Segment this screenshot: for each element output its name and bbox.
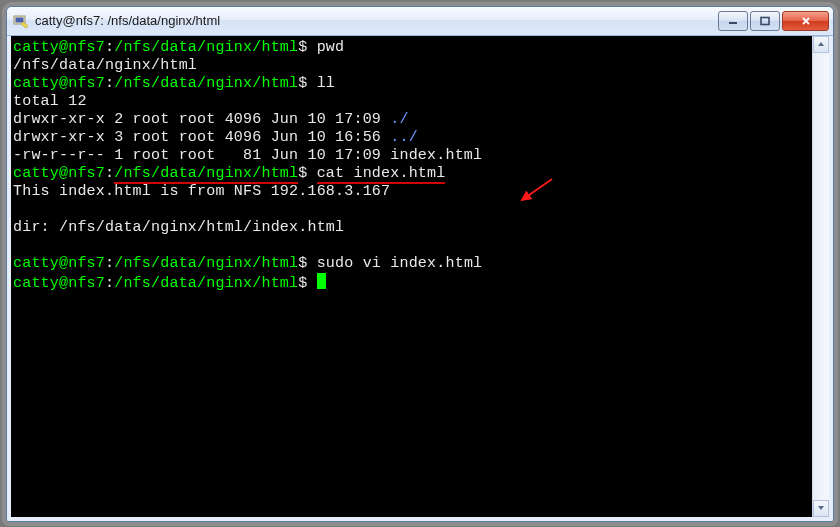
window-title: catty@nfs7: /nfs/data/nginx/html <box>35 13 718 28</box>
scroll-track[interactable] <box>813 53 829 500</box>
dir-dotdot: ../ <box>390 129 418 146</box>
svg-line-4 <box>522 179 552 200</box>
prompt-user: catty@nfs7 <box>13 39 105 56</box>
cmd-ll: ll <box>317 75 335 92</box>
file-content-line: This index.html is from NFS 192.168.3.16… <box>13 183 390 200</box>
close-button[interactable] <box>782 11 829 31</box>
window-controls <box>718 11 829 31</box>
svg-rect-1 <box>16 17 24 22</box>
file-content-line: dir: /nfs/data/nginx/html/index.html <box>13 219 344 236</box>
cursor <box>317 273 326 289</box>
terminal-window: catty@nfs7: /nfs/data/nginx/html catty@n… <box>6 6 834 522</box>
scroll-up-button[interactable] <box>813 36 829 53</box>
scroll-down-button[interactable] <box>813 500 829 517</box>
svg-rect-3 <box>761 17 769 24</box>
ll-row: drwxr-xr-x 2 root root 4096 Jun 10 17:09 <box>13 111 390 128</box>
minimize-button[interactable] <box>718 11 748 31</box>
prompt-path: /nfs/data/nginx/html <box>114 39 298 56</box>
annotated-path: /nfs/data/nginx/html <box>114 165 298 184</box>
cmd-sudo-vi: sudo vi index.html <box>317 255 483 272</box>
arrow-annotation-icon <box>516 176 556 206</box>
terminal-area[interactable]: catty@nfs7:/nfs/data/nginx/html$ pwd /nf… <box>7 36 833 521</box>
ll-total: total 12 <box>13 93 87 110</box>
output-pwd: /nfs/data/nginx/html <box>13 57 197 74</box>
titlebar[interactable]: catty@nfs7: /nfs/data/nginx/html <box>7 7 833 36</box>
maximize-button[interactable] <box>750 11 780 31</box>
ll-row-file: -rw-r--r-- 1 root root 81 Jun 10 17:09 i… <box>13 147 482 164</box>
dir-dot: ./ <box>390 111 408 128</box>
cmd-pwd: pwd <box>317 39 345 56</box>
terminal-output: catty@nfs7:/nfs/data/nginx/html$ pwd /nf… <box>11 38 829 294</box>
putty-icon <box>13 13 29 29</box>
scrollbar[interactable] <box>812 36 829 517</box>
cmd-cat: cat index.html <box>317 165 446 184</box>
ll-row: drwxr-xr-x 3 root root 4096 Jun 10 16:56 <box>13 129 390 146</box>
